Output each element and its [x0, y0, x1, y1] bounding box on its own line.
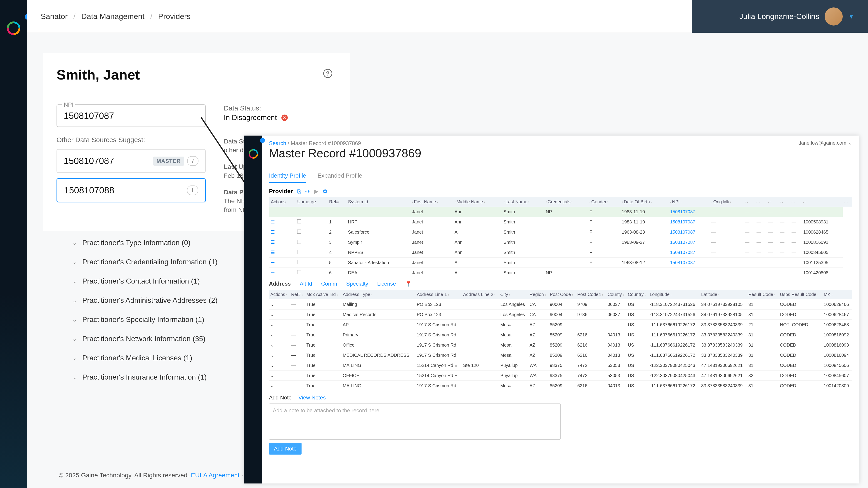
column-header[interactable]: ‹ First Name › [410, 197, 453, 207]
subtab-specialty[interactable]: Specialty [346, 281, 368, 287]
row-menu-icon[interactable]: ☰ [271, 270, 275, 275]
tab-view-notes[interactable]: View Notes [298, 394, 326, 401]
npi-link[interactable]: 1508107087 [670, 240, 695, 245]
export-icon[interactable]: ⎘ [298, 188, 301, 195]
column-header[interactable]: Post Code4 ‹ [576, 290, 606, 299]
column-header[interactable]: Usps Result Code ‹ [778, 290, 822, 299]
tab-add-note[interactable]: Add Note [269, 394, 291, 401]
npi-link[interactable]: 1508107087 [670, 260, 695, 265]
table-row[interactable]: ⌄—TrueMAILING1917 S Crismon RdMesaAZ8520… [269, 381, 852, 391]
column-header[interactable]: Longitude ‹ [648, 290, 700, 299]
chevron-down-icon[interactable]: ▼ [848, 13, 855, 20]
table-row[interactable]: ☰6DEAJanetASmithNP———————1001420808 [269, 268, 852, 278]
expand-icon[interactable]: ⌄ [270, 383, 274, 388]
table-row[interactable]: ⌄—TrueMedical RecordsPO Box 123Los Angel… [269, 310, 852, 320]
table-row[interactable]: ☰5Sanator - AttestationJanetASmithF1963-… [269, 258, 852, 268]
expand-icon[interactable]: ⌄ [270, 322, 274, 327]
table-row[interactable]: ⌄—TrueAP1917 S Crismon RdMesaAZ85209——US… [269, 320, 852, 330]
table-row[interactable]: ☰1HRPJanetAnnSmithF1983-11-101508107087—… [269, 217, 852, 227]
help-icon[interactable]: ? [323, 69, 332, 78]
table-row[interactable]: ⌄—TrueMEDICAL RECORDS ADDRESS1917 S Cris… [269, 350, 852, 360]
location-pin-icon[interactable]: 📍 [405, 281, 412, 287]
table-row[interactable]: ⌄—TrueMailingPO Box 123Los AngelesCA9000… [269, 299, 852, 310]
column-header[interactable]: Mdx Active Ind ‹ [305, 290, 341, 299]
expand-icon[interactable]: ⌄ [270, 363, 274, 368]
table-row[interactable]: JanetAnnSmithNPF1983-11-101508107087————… [269, 207, 852, 217]
play-icon[interactable]: ▶ [314, 188, 318, 195]
column-header[interactable]: ‹ Last Name › [502, 197, 544, 207]
tab-expanded-profile[interactable]: Expanded Profile [318, 169, 362, 183]
column-header[interactable]: Address Type ‹ [341, 290, 415, 299]
unmerge-checkbox[interactable] [297, 219, 301, 223]
table-row[interactable]: ⌄—TrueOFFICE15214 Canyon Rd EPuyallupWA9… [269, 370, 852, 381]
npi-link[interactable]: 1508107087 [670, 219, 695, 224]
expand-icon[interactable]: ⌄ [270, 353, 274, 358]
breadcrumb-item[interactable]: Search [269, 140, 286, 146]
table-row[interactable]: ☰4NPPESJanetAnnSmithF1508107087——————100… [269, 248, 852, 258]
breadcrumb-item[interactable]: Providers [158, 12, 191, 21]
suggestion-row[interactable]: 1508107088 1 [57, 178, 206, 202]
subtab-comm[interactable]: Comm [321, 281, 337, 287]
column-header[interactable]: Region ‹ [528, 290, 549, 299]
table-row[interactable]: ⌄—TrueOffice1917 S Crismon RdMesaAZ85209… [269, 340, 852, 350]
row-menu-icon[interactable]: ☰ [271, 260, 275, 265]
unmerge-checkbox[interactable] [297, 230, 301, 234]
app-logo-icon[interactable] [249, 149, 258, 159]
npi-link[interactable]: 1508107087 [670, 250, 695, 255]
row-menu-icon[interactable]: ☰ [271, 250, 275, 255]
subtab-address[interactable]: Address [269, 281, 291, 287]
column-header[interactable]: ‹ Gender › [587, 197, 620, 207]
avatar[interactable] [825, 7, 843, 26]
column-header[interactable]: ‹ NPI › [668, 197, 710, 207]
unmerge-checkbox[interactable] [297, 250, 301, 254]
gear-icon[interactable]: ✿ [323, 188, 327, 195]
breadcrumb-item[interactable]: Sanator [41, 12, 68, 21]
column-header[interactable]: ‹ Credentials › [544, 197, 587, 207]
npi-input[interactable] [57, 104, 206, 127]
unmerge-checkbox[interactable] [297, 240, 301, 244]
column-header[interactable]: Actions ‹ [269, 290, 290, 299]
tab-identity-profile[interactable]: Identity Profile [269, 169, 306, 183]
suggestion-row[interactable]: 1508107087 MASTER 7 [57, 149, 206, 173]
column-header[interactable]: ‹ Date Of Birth › [620, 197, 669, 207]
row-menu-icon[interactable]: ☰ [271, 230, 275, 234]
expand-icon[interactable]: ⌄ [270, 302, 274, 307]
column-header[interactable]: ‹ Orig Mk › [710, 197, 743, 207]
column-header[interactable]: Latitude ‹ [700, 290, 747, 299]
column-header[interactable]: ‹ Middle Name › [453, 197, 502, 207]
column-header[interactable]: City ‹ [499, 290, 528, 299]
table-row[interactable]: ☰3SympirJanetAnnSmithF1983-09-2715081070… [269, 237, 852, 248]
eula-link[interactable]: EULA Agreement [191, 472, 240, 479]
breadcrumb-item[interactable]: Data Management [81, 12, 145, 21]
column-header[interactable]: Actions [269, 197, 296, 207]
unmerge-checkbox[interactable] [297, 260, 301, 264]
column-header[interactable]: MK ‹ [822, 290, 852, 299]
unmerge-checkbox[interactable] [297, 270, 301, 274]
table-row[interactable]: ⌄—TrueMAILING15214 Canyon Rd ESte 120Puy… [269, 360, 852, 370]
user-menu[interactable]: Julia Longname-Collins ▼ [692, 0, 868, 33]
column-header[interactable]: Unmerge [296, 197, 327, 207]
row-menu-icon[interactable]: ☰ [271, 219, 275, 224]
table-row[interactable]: ☰2SalesforceJanetASmithF1963-08-28150810… [269, 227, 852, 237]
column-header[interactable]: County ‹ [606, 290, 627, 299]
expand-icon[interactable]: ⌄ [270, 373, 274, 378]
column-header[interactable]: Ref# [327, 197, 346, 207]
note-textarea[interactable]: Add a note to be attached to the record … [269, 403, 561, 440]
row-menu-icon[interactable]: ☰ [271, 240, 275, 245]
app-logo-icon[interactable] [7, 22, 20, 35]
expand-icon[interactable]: ⌄ [270, 332, 274, 337]
table-row[interactable]: ⌄—TruePrimary1917 S Crismon RdMesaAZ8520… [269, 330, 852, 340]
panel-user-menu[interactable]: dane.low@gaine.com⌄ [798, 140, 852, 146]
subtab-license[interactable]: License [377, 281, 396, 287]
column-header[interactable]: System Id [346, 197, 410, 207]
subtab-alt-id[interactable]: Alt Id [300, 281, 312, 287]
merge-icon[interactable]: ⇢ [305, 188, 310, 195]
column-header[interactable]: Result Code ‹ [747, 290, 779, 299]
column-header[interactable]: Country ‹ [626, 290, 648, 299]
add-note-button[interactable]: Add Note [269, 443, 302, 455]
npi-link[interactable]: 1508107087 [670, 230, 695, 234]
npi-link[interactable]: 1508107087 [670, 209, 695, 214]
column-header[interactable]: Ref# ‹ [290, 290, 305, 299]
expand-icon[interactable]: ⌄ [270, 343, 274, 348]
column-header[interactable]: Address Line 1 ‹ [415, 290, 462, 299]
